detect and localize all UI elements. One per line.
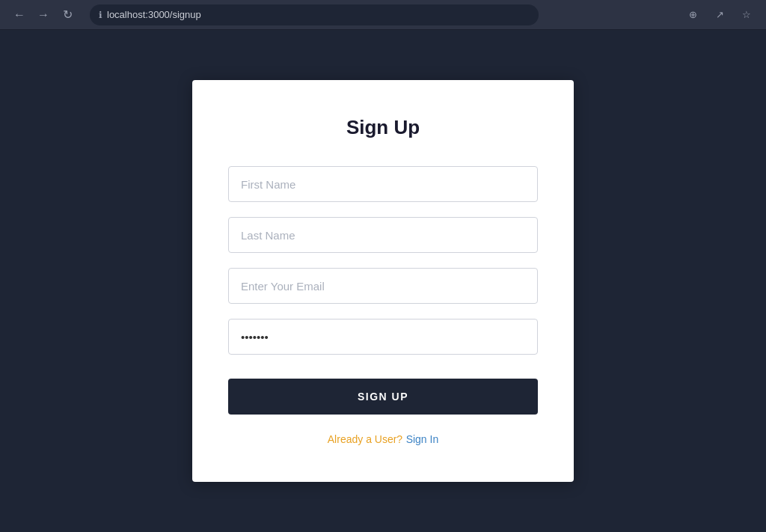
- reload-button[interactable]: ↻: [57, 4, 78, 25]
- last-name-input[interactable]: [228, 217, 538, 253]
- bookmark-button[interactable]: ☆: [736, 4, 757, 25]
- last-name-group: [228, 217, 538, 253]
- back-button[interactable]: ←: [9, 4, 30, 25]
- browser-chrome: ← → ↻ ℹ localhost:3000/signup ⊕ ↗ ☆: [0, 0, 766, 30]
- page-title: Sign Up: [228, 116, 538, 139]
- info-icon: ℹ: [99, 10, 102, 20]
- url-text: localhost:3000/signup: [107, 9, 201, 20]
- email-group: [228, 268, 538, 304]
- nav-buttons: ← → ↻: [9, 4, 78, 25]
- signup-button[interactable]: SIGN UP: [228, 379, 538, 415]
- browser-actions: ⊕ ↗ ☆: [682, 4, 757, 25]
- email-input[interactable]: [228, 268, 538, 304]
- password-input[interactable]: [228, 319, 538, 355]
- forward-button[interactable]: →: [33, 4, 54, 25]
- signin-link-container: Already a User? Sign In: [228, 432, 538, 446]
- first-name-group: [228, 166, 538, 202]
- signup-card: Sign Up SIGN UP Already a User? Sign In: [192, 80, 574, 482]
- first-name-input[interactable]: [228, 166, 538, 202]
- already-user-text: Already a User?: [328, 433, 402, 445]
- zoom-button[interactable]: ⊕: [682, 4, 703, 25]
- password-group: [228, 319, 538, 355]
- page-content: Sign Up SIGN UP Already a User? Sign In: [0, 30, 766, 532]
- share-button[interactable]: ↗: [709, 4, 730, 25]
- address-bar[interactable]: ℹ localhost:3000/signup: [90, 4, 539, 25]
- signin-link[interactable]: Sign In: [406, 433, 439, 445]
